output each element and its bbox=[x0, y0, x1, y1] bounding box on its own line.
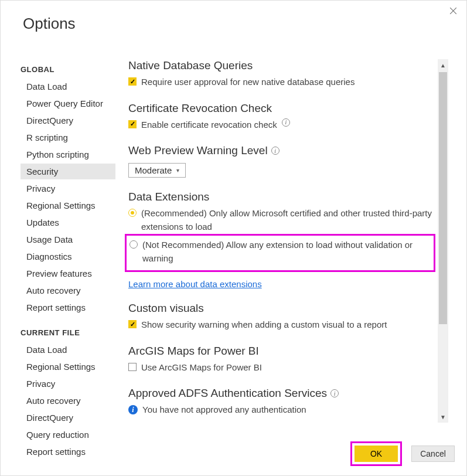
sidebar-header-current-file: CURRENT FILE bbox=[21, 328, 115, 337]
checkbox-require-approval[interactable] bbox=[128, 77, 137, 86]
sidebar-item-security[interactable]: Security bbox=[21, 164, 115, 179]
highlight-not-recommended: (Not Recommended) Allow any extension to… bbox=[126, 235, 434, 271]
section-data-extensions: Data Extensions (Recommended) Only allow… bbox=[128, 191, 434, 289]
section-native-db: Native Database Queries Require user app… bbox=[128, 59, 434, 89]
dialog-title: Options bbox=[23, 15, 76, 33]
checkbox-arcgis[interactable] bbox=[128, 363, 137, 371]
info-icon[interactable]: i bbox=[271, 147, 279, 155]
label-cert-revocation: Enable certificate revocation check bbox=[141, 118, 277, 132]
label-arcgis: Use ArcGIS Maps for Power BI bbox=[141, 361, 262, 375]
sidebar-item-usage-data[interactable]: Usage Data bbox=[21, 232, 115, 247]
section-title-data-extensions: Data Extensions bbox=[128, 191, 434, 203]
section-title-native-db: Native Database Queries bbox=[128, 59, 434, 72]
label-radio-recommended: (Recommended) Only allow Microsoft certi… bbox=[141, 207, 434, 233]
sidebar-item-r-scripting[interactable]: R scripting bbox=[21, 130, 115, 145]
section-title-adfs: Approved ADFS Authentication Services i bbox=[128, 387, 434, 400]
sidebar-item-report-settings[interactable]: Report settings bbox=[21, 300, 115, 315]
section-title-custom-visuals: Custom visuals bbox=[128, 302, 434, 315]
close-icon[interactable] bbox=[449, 6, 458, 16]
sidebar-item-python-scripting[interactable]: Python scripting bbox=[21, 147, 115, 162]
info-icon[interactable]: i bbox=[330, 389, 339, 397]
sidebar-item-updates[interactable]: Updates bbox=[21, 215, 115, 230]
sidebar-item-diagnostics[interactable]: Diagnostics bbox=[21, 249, 115, 264]
link-learn-data-extensions[interactable]: Learn more about data extensions bbox=[128, 279, 262, 289]
scroll-thumb[interactable] bbox=[439, 72, 447, 324]
checkbox-cert-revocation[interactable] bbox=[128, 120, 137, 128]
scroll-down-icon[interactable]: ▼ bbox=[438, 411, 448, 423]
highlight-ok: OK bbox=[352, 443, 401, 465]
radio-not-recommended[interactable] bbox=[129, 240, 138, 249]
sidebar-item-cf-auto-recovery[interactable]: Auto recovery bbox=[21, 393, 115, 409]
sidebar-item-directquery[interactable]: DirectQuery bbox=[21, 113, 115, 128]
dropdown-web-preview-level[interactable]: Moderate ▾ bbox=[128, 163, 186, 178]
sidebar-item-regional-settings[interactable]: Regional Settings bbox=[21, 198, 115, 213]
label-radio-not-recommended: (Not Recommended) Allow any extension to… bbox=[142, 239, 431, 265]
sidebar-item-cf-regional-settings[interactable]: Regional Settings bbox=[21, 359, 115, 375]
label-custom-visual-warning: Show security warning when adding a cust… bbox=[141, 318, 387, 332]
sidebar-item-cf-report-settings[interactable]: Report settings bbox=[21, 444, 115, 460]
dropdown-value: Moderate bbox=[135, 165, 172, 175]
sidebar-item-privacy[interactable]: Privacy bbox=[21, 181, 115, 196]
sidebar-header-global: GLOBAL bbox=[21, 65, 115, 74]
sidebar-item-cf-privacy[interactable]: Privacy bbox=[21, 376, 115, 392]
dialog-body: GLOBAL Data Load Power Query Editor Dire… bbox=[21, 59, 448, 423]
sidebar-item-cf-data-load[interactable]: Data Load bbox=[21, 342, 115, 358]
sidebar-item-preview-features[interactable]: Preview features bbox=[21, 266, 115, 281]
content-pane: Native Database Queries Require user app… bbox=[120, 59, 448, 423]
section-adfs: Approved ADFS Authentication Services i … bbox=[128, 387, 434, 417]
section-custom-visuals: Custom visuals Show security warning whe… bbox=[128, 302, 434, 332]
section-web-preview: Web Preview Warning Level i Moderate ▾ bbox=[128, 144, 434, 178]
section-arcgis: ArcGIS Maps for Power BI Use ArcGIS Maps… bbox=[128, 345, 434, 375]
label-require-approval: Require user approval for new native dat… bbox=[141, 76, 354, 89]
sidebar-item-data-load[interactable]: Data Load bbox=[21, 79, 115, 94]
radio-recommended[interactable] bbox=[128, 209, 137, 217]
sidebar-item-power-query-editor[interactable]: Power Query Editor bbox=[21, 96, 115, 111]
info-icon[interactable]: i bbox=[282, 118, 290, 127]
chevron-down-icon: ▾ bbox=[176, 167, 179, 174]
section-title-arcgis: ArcGIS Maps for Power BI bbox=[128, 345, 434, 358]
checkbox-custom-visual-warning[interactable] bbox=[128, 320, 137, 328]
info-icon: i bbox=[128, 405, 138, 414]
ok-button[interactable]: OK bbox=[354, 446, 398, 462]
sidebar-item-cf-query-reduction[interactable]: Query reduction bbox=[21, 427, 115, 443]
options-dialog: Options GLOBAL Data Load Power Query Edi… bbox=[0, 0, 467, 476]
sidebar-item-auto-recovery[interactable]: Auto recovery bbox=[21, 283, 115, 298]
section-title-cert-revocation: Certificate Revocation Check bbox=[128, 102, 434, 115]
cancel-button[interactable]: Cancel bbox=[411, 446, 455, 462]
scrollbar[interactable]: ▲ ▼ bbox=[438, 59, 448, 423]
section-cert-revocation: Certificate Revocation Check Enable cert… bbox=[128, 102, 434, 132]
sidebar-item-cf-directquery[interactable]: DirectQuery bbox=[21, 410, 115, 426]
scroll-up-icon[interactable]: ▲ bbox=[438, 59, 448, 71]
sidebar-nav: GLOBAL Data Load Power Query Editor Dire… bbox=[21, 59, 120, 423]
dialog-footer: OK Cancel bbox=[352, 443, 455, 465]
section-title-web-preview: Web Preview Warning Level i bbox=[128, 144, 434, 157]
label-adfs-info: You have not approved any authentication bbox=[142, 403, 306, 417]
